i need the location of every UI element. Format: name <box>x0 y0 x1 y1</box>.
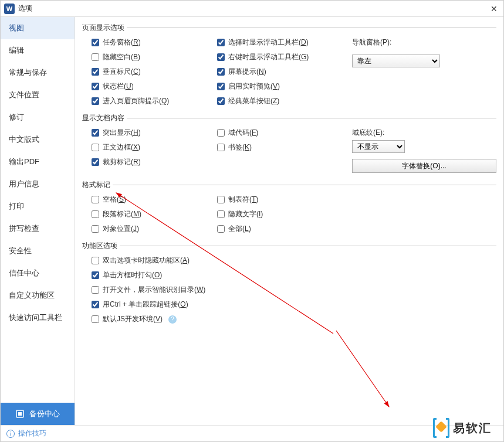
group-func-options: 功能区选项 双击选项卡时隐藏功能区(A)单击方框时打勾(O)打开文件，展示智能识… <box>82 241 496 328</box>
sidebar-item[interactable]: 修订 <box>1 106 75 128</box>
format-marks-checkbox-input[interactable] <box>217 210 225 218</box>
help-icon[interactable]: ? <box>168 315 177 324</box>
nav-pane-select[interactable]: 靠左 <box>352 55 440 67</box>
footer-tips-link[interactable]: 操作技巧 <box>1 425 503 441</box>
page-display-checkbox[interactable]: 右键时显示浮动工具栏(G) <box>217 52 352 62</box>
footer-tips-label: 操作技巧 <box>18 429 46 438</box>
close-icon[interactable]: ✕ <box>488 3 500 15</box>
page-display-checkbox-input[interactable] <box>92 97 99 105</box>
doc-content-checkbox-input[interactable] <box>217 129 225 137</box>
format-marks-checkbox[interactable]: 段落标记(M) <box>92 209 217 219</box>
sidebar-item[interactable]: 快速访问工具栏 <box>1 307 75 329</box>
page-display-checkbox-label: 隐藏空白(B) <box>103 52 140 62</box>
sidebar-item[interactable]: 输出PDF <box>1 151 75 173</box>
doc-content-checkbox-input[interactable] <box>92 158 99 166</box>
func-options-checkbox-label: 双击选项卡时隐藏功能区(A) <box>103 256 190 266</box>
format-marks-checkbox-input[interactable] <box>92 225 99 233</box>
format-marks-checkbox-input[interactable] <box>217 196 225 203</box>
doc-content-checkbox-input[interactable] <box>217 144 225 151</box>
page-display-checkbox[interactable]: 任务窗格(R) <box>92 38 217 47</box>
group-page-display-legend: 页面显示选项 <box>82 23 127 33</box>
page-display-checkbox-input[interactable] <box>217 97 225 105</box>
page-display-checkbox-label: 状态栏(U) <box>103 81 134 91</box>
func-options-checkbox-input[interactable] <box>92 257 99 264</box>
group-doc-content-legend: 显示文档内容 <box>82 113 127 123</box>
page-display-checkbox-input[interactable] <box>217 39 225 46</box>
app-icon: W <box>4 4 15 14</box>
doc-content-checkbox[interactable]: 域代码(F) <box>217 128 352 138</box>
doc-content-checkbox[interactable]: 裁剪标记(R) <box>92 157 217 167</box>
page-display-checkbox-input[interactable] <box>217 83 225 90</box>
format-marks-checkbox[interactable]: 全部(L) <box>217 224 352 234</box>
page-display-checkbox-input[interactable] <box>217 68 225 76</box>
sidebar-item[interactable]: 拼写检查 <box>1 217 75 240</box>
page-display-checkbox[interactable]: 屏幕提示(N) <box>217 67 352 77</box>
page-display-checkbox-input[interactable] <box>217 53 225 61</box>
sidebar-item[interactable]: 信任中心 <box>1 262 75 284</box>
func-options-checkbox-input[interactable] <box>92 301 99 308</box>
svg-line-3 <box>336 331 389 407</box>
page-display-checkbox-label: 经典菜单按钮(Z) <box>228 96 279 106</box>
page-display-checkbox[interactable]: 选择时显示浮动工具栏(D) <box>217 38 352 47</box>
sidebar-item[interactable]: 文件位置 <box>1 84 75 106</box>
format-marks-checkbox-label: 全部(L) <box>228 224 251 234</box>
backup-icon <box>15 409 25 419</box>
format-marks-checkbox-label: 空格(S) <box>103 195 126 205</box>
format-marks-checkbox-input[interactable] <box>217 225 225 233</box>
format-marks-checkbox-label: 对象位置(J) <box>103 224 139 234</box>
sidebar-item[interactable]: 打印 <box>1 195 75 217</box>
page-display-checkbox-input[interactable] <box>92 53 99 61</box>
format-marks-checkbox[interactable]: 空格(S) <box>92 195 217 205</box>
group-doc-content: 显示文档内容 突出显示(H)正文边框(X)裁剪标记(R) 域代码(F)书签(K)… <box>82 113 496 176</box>
backup-center-button[interactable]: 备份中心 <box>1 403 75 425</box>
page-display-checkbox[interactable]: 垂直标尺(C) <box>92 67 217 77</box>
func-options-checkbox[interactable]: 单击方框时打勾(O) <box>92 270 496 280</box>
sidebar-item[interactable]: 自定义功能区 <box>1 284 75 307</box>
sidebar-item[interactable]: 中文版式 <box>1 128 75 151</box>
page-display-checkbox-input[interactable] <box>92 68 99 76</box>
page-display-checkbox[interactable]: 隐藏空白(B) <box>92 52 217 62</box>
func-options-checkbox-input[interactable] <box>92 286 99 294</box>
sidebar-item[interactable]: 常规与保存 <box>1 62 75 84</box>
format-marks-checkbox-input[interactable] <box>92 196 99 203</box>
page-display-checkbox[interactable]: 启用实时预览(V) <box>217 81 352 91</box>
doc-content-checkbox-input[interactable] <box>92 144 99 151</box>
doc-content-checkbox[interactable]: 书签(K) <box>217 142 352 152</box>
page-display-checkbox-label: 屏幕提示(N) <box>228 67 266 77</box>
func-options-checkbox[interactable]: 默认JS开发环境(V)? <box>92 314 496 324</box>
page-display-checkbox-input[interactable] <box>92 39 99 46</box>
page-display-checkbox[interactable]: 状态栏(U) <box>92 81 217 91</box>
format-marks-checkbox[interactable]: 制表符(T) <box>217 195 352 205</box>
func-options-checkbox-input[interactable] <box>92 315 99 323</box>
doc-content-checkbox-input[interactable] <box>92 129 99 137</box>
format-marks-checkbox[interactable]: 对象位置(J) <box>92 224 217 234</box>
sidebar-item[interactable]: 安全性 <box>1 240 75 262</box>
page-display-checkbox[interactable]: 经典菜单按钮(Z) <box>217 96 352 106</box>
page-display-checkbox-label: 进入页眉页脚提示(Q) <box>103 96 169 106</box>
page-display-checkbox[interactable]: 进入页眉页脚提示(Q) <box>92 96 217 106</box>
func-options-checkbox[interactable]: 用Ctrl + 单击跟踪超链接(O) <box>92 300 496 310</box>
titlebar: W 选项 ✕ <box>1 1 503 17</box>
field-shading-select[interactable]: 不显示 <box>352 140 405 153</box>
func-options-checkbox[interactable]: 双击选项卡时隐藏功能区(A) <box>92 256 496 266</box>
doc-content-checkbox[interactable]: 突出显示(H) <box>92 128 217 138</box>
content-panel: 页面显示选项 任务窗格(R)隐藏空白(B)垂直标尺(C)状态栏(U)进入页眉页脚… <box>75 17 503 425</box>
sidebar-item[interactable]: 用户信息 <box>1 173 75 195</box>
doc-content-checkbox-label: 裁剪标记(R) <box>103 157 141 167</box>
dialog-title: 选项 <box>18 4 488 13</box>
func-options-checkbox[interactable]: 打开文件，展示智能识别目录(W) <box>92 285 496 295</box>
font-substitute-button[interactable]: 字体替换(O)... <box>352 159 496 173</box>
sidebar: 视图编辑常规与保存文件位置修订中文版式输出PDF用户信息打印拼写检查安全性信任中… <box>1 17 75 425</box>
sidebar-item[interactable]: 视图 <box>1 17 75 39</box>
func-options-checkbox-input[interactable] <box>92 271 99 279</box>
watermark-icon <box>433 418 449 438</box>
doc-content-checkbox[interactable]: 正文边框(X) <box>92 142 217 152</box>
format-marks-checkbox-input[interactable] <box>92 210 99 218</box>
format-marks-checkbox[interactable]: 隐藏文字(I) <box>217 209 352 219</box>
sidebar-item[interactable]: 编辑 <box>1 39 75 62</box>
sidebar-spacer <box>1 329 75 403</box>
svg-rect-1 <box>18 412 22 416</box>
format-marks-checkbox-label: 隐藏文字(I) <box>228 209 263 219</box>
page-display-checkbox-input[interactable] <box>92 83 99 90</box>
func-options-checkbox-label: 打开文件，展示智能识别目录(W) <box>103 285 205 295</box>
